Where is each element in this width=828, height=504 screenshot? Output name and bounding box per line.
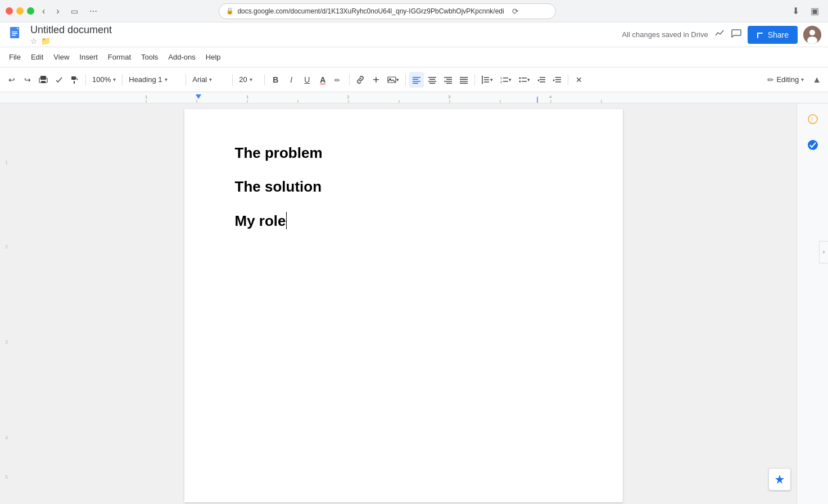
svg-text:1: 1 bbox=[246, 94, 249, 99]
svg-rect-4 bbox=[12, 35, 16, 36]
spellcheck-button[interactable] bbox=[52, 72, 66, 88]
svg-rect-28 bbox=[444, 77, 452, 78]
tab-overview-button[interactable]: ⋯ bbox=[86, 6, 101, 17]
folder-icon[interactable]: 📁 bbox=[41, 37, 51, 46]
address-bar[interactable]: 🔒 docs.google.com/document/d/1K13XuRyhc0… bbox=[219, 3, 556, 19]
undo-button[interactable]: ↩ bbox=[4, 72, 19, 88]
svg-rect-41 bbox=[503, 78, 508, 79]
share-button-label: Share bbox=[768, 30, 789, 39]
user-avatar[interactable] bbox=[803, 26, 821, 44]
explore-button[interactable]: ! bbox=[803, 109, 823, 129]
fontsize-select[interactable]: 20 ▾ bbox=[236, 72, 261, 88]
svg-text:2.: 2. bbox=[500, 80, 503, 84]
document-page[interactable]: The problem The solution My role bbox=[184, 109, 623, 502]
left-gutter: 1 2 3 4 5 bbox=[0, 103, 10, 504]
style-select[interactable]: Heading 1 ▾ bbox=[126, 72, 182, 88]
expand-sidebar-button[interactable]: › bbox=[819, 241, 828, 264]
indent-less-button[interactable] bbox=[534, 72, 549, 88]
print-button[interactable] bbox=[36, 72, 51, 88]
collapse-toolbar-button[interactable]: ▲ bbox=[810, 74, 824, 86]
doc-title-area: Untitled document ☆ 📁 bbox=[30, 24, 112, 46]
bulleted-list-arrow: ▾ bbox=[527, 77, 530, 83]
svg-marker-54 bbox=[553, 79, 555, 81]
svg-rect-24 bbox=[428, 77, 436, 78]
gutter-num-2: 2 bbox=[5, 244, 8, 249]
svg-rect-13 bbox=[71, 76, 76, 80]
split-view-button[interactable]: ▣ bbox=[807, 4, 822, 17]
share-button[interactable]: Share bbox=[748, 26, 798, 44]
forward-button[interactable]: › bbox=[53, 5, 62, 17]
format-paint-button[interactable] bbox=[67, 72, 82, 88]
svg-rect-26 bbox=[428, 81, 436, 82]
svg-rect-6 bbox=[757, 33, 763, 34]
indent-more-button[interactable] bbox=[550, 72, 564, 88]
bold-button[interactable]: B bbox=[268, 72, 283, 88]
underline-button[interactable]: U bbox=[300, 72, 314, 88]
svg-rect-32 bbox=[460, 77, 468, 78]
download-button[interactable]: ⬇ bbox=[789, 4, 803, 17]
menu-edit[interactable]: Edit bbox=[26, 51, 48, 63]
gutter-num-4: 4 bbox=[5, 435, 8, 441]
editing-pencil-icon: ✏ bbox=[767, 75, 774, 84]
heading-2[interactable]: The solution bbox=[235, 176, 572, 197]
bulleted-list-button[interactable]: ▾ bbox=[515, 72, 533, 88]
reload-button[interactable]: ⟳ bbox=[512, 7, 519, 16]
toolbar-divider-9 bbox=[568, 74, 568, 85]
minimize-button[interactable] bbox=[16, 7, 24, 15]
star-icon[interactable]: ☆ bbox=[30, 37, 38, 46]
back-button[interactable]: ‹ bbox=[39, 5, 48, 17]
activity-dashboard-button[interactable] bbox=[714, 28, 725, 42]
doc-title[interactable]: Untitled document bbox=[30, 24, 112, 36]
fullscreen-button[interactable] bbox=[27, 7, 34, 15]
titlebar-right: ⬇ ▣ bbox=[789, 4, 822, 17]
gutter-num-1: 1 bbox=[5, 160, 8, 165]
align-right-button[interactable] bbox=[441, 72, 455, 88]
highlight-button[interactable]: ✏ bbox=[331, 72, 346, 88]
menu-view[interactable]: View bbox=[49, 51, 74, 63]
editing-mode-arrow: ▾ bbox=[801, 76, 804, 83]
comments-button[interactable] bbox=[731, 28, 742, 42]
menu-addons[interactable]: Add-ons bbox=[164, 51, 200, 63]
menu-file[interactable]: File bbox=[4, 51, 25, 63]
redo-button[interactable]: ↪ bbox=[20, 72, 35, 88]
menu-tools[interactable]: Tools bbox=[137, 51, 162, 63]
svg-rect-22 bbox=[413, 81, 420, 82]
menu-format[interactable]: Format bbox=[103, 51, 135, 63]
menu-insert[interactable]: Insert bbox=[75, 51, 102, 63]
svg-text:1: 1 bbox=[145, 94, 148, 99]
svg-marker-50 bbox=[537, 79, 539, 81]
heading-3[interactable]: My role bbox=[235, 211, 572, 231]
line-spacing-button[interactable]: ▾ bbox=[478, 72, 496, 88]
svg-rect-46 bbox=[522, 81, 527, 82]
insert-special-button[interactable] bbox=[369, 72, 383, 88]
insert-image-button[interactable]: ▾ bbox=[384, 72, 402, 88]
justify-button[interactable] bbox=[456, 72, 471, 88]
heading-1[interactable]: The problem bbox=[235, 143, 572, 163]
svg-point-8 bbox=[809, 30, 815, 35]
title-bar: ‹ › ▭ ⋯ 🔒 docs.google.com/document/d/1K1… bbox=[0, 0, 828, 22]
svg-text:3: 3 bbox=[448, 94, 451, 99]
italic-button[interactable]: I bbox=[284, 72, 298, 88]
image-dropdown-arrow: ▾ bbox=[396, 77, 399, 83]
zoom-select[interactable]: 100% ▾ bbox=[89, 72, 119, 88]
ai-assistant-button[interactable] bbox=[768, 468, 791, 491]
link-button[interactable] bbox=[353, 72, 368, 88]
align-left-button[interactable] bbox=[409, 72, 424, 88]
editing-mode-selector[interactable]: ✏ Editing ▾ bbox=[762, 74, 809, 86]
toolbar-divider-6 bbox=[349, 74, 350, 85]
svg-rect-17 bbox=[376, 77, 377, 83]
lock-icon: 🔒 bbox=[226, 7, 234, 15]
fontsize-arrow: ▾ bbox=[250, 76, 252, 83]
font-select[interactable]: Arial ▾ bbox=[189, 72, 229, 88]
zoom-arrow: ▾ bbox=[113, 76, 116, 83]
close-button[interactable] bbox=[6, 7, 13, 15]
align-center-button[interactable] bbox=[425, 72, 440, 88]
menu-help[interactable]: Help bbox=[201, 51, 225, 63]
clear-formatting-button[interactable]: ✕ bbox=[572, 72, 586, 88]
sidebar-toggle-button[interactable]: ▭ bbox=[67, 6, 82, 17]
main-layout: 1 2 3 4 5 The problem The solution My ro… bbox=[0, 103, 828, 504]
toolbar: ↩ ↪ 100% ▾ Heading 1 ▾ Arial ▾ 20 ▾ B I … bbox=[0, 67, 828, 92]
grammarly-button[interactable] bbox=[803, 135, 823, 155]
text-color-button[interactable]: A bbox=[315, 72, 330, 88]
numbered-list-button[interactable]: 1.2. ▾ bbox=[497, 72, 514, 88]
